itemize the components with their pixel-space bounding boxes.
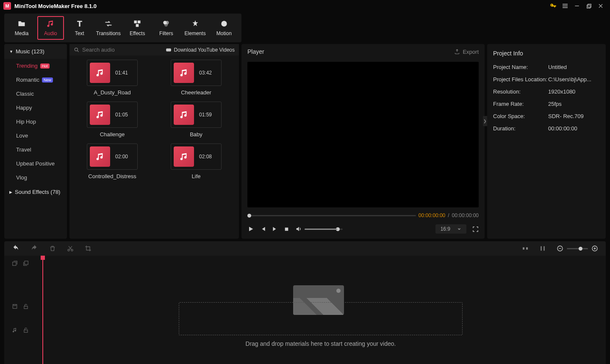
- tab-transitions[interactable]: Transitions: [95, 16, 122, 40]
- tab-filters[interactable]: Filters: [153, 16, 179, 40]
- search-input[interactable]: [82, 47, 162, 53]
- unlock-icon[interactable]: [23, 327, 29, 333]
- minimize-icon[interactable]: [571, 0, 583, 12]
- add-track-above-icon[interactable]: [12, 260, 18, 266]
- sidebar-cat-music[interactable]: ▼ Music (123): [4, 44, 67, 59]
- app-logo: M: [3, 2, 11, 10]
- audio-name: Life: [192, 173, 201, 179]
- audio-name: Challenge: [100, 131, 125, 138]
- timeline: Drag and drop materials here to start cr…: [4, 256, 606, 364]
- menu-icon[interactable]: [559, 0, 571, 12]
- drop-caption: Drag and drop materials here to start cr…: [179, 340, 463, 347]
- tab-audio[interactable]: Audio: [37, 16, 64, 40]
- drop-zone[interactable]: [179, 302, 463, 335]
- unlock-icon[interactable]: [23, 303, 29, 309]
- volume-slider[interactable]: [305, 229, 343, 230]
- add-track-below-icon[interactable]: [23, 260, 29, 266]
- download-icon: [166, 47, 172, 53]
- sidebar-cat-sfx[interactable]: ▶ Sound Effects (78): [4, 185, 67, 199]
- audio-item[interactable]: 01:05Challenge: [76, 102, 148, 138]
- chevron-right-icon: ▶: [9, 190, 12, 194]
- music-note-icon: [174, 63, 194, 83]
- play-button[interactable]: [247, 226, 254, 232]
- next-frame-button[interactable]: [272, 226, 278, 232]
- stop-button[interactable]: [284, 226, 289, 232]
- prev-frame-button[interactable]: [260, 226, 266, 232]
- export-button[interactable]: Export: [454, 49, 479, 55]
- audio-item[interactable]: 01:59Baby: [160, 102, 232, 138]
- sidebar-item-love[interactable]: Love: [4, 129, 67, 143]
- sidebar-item-vlog[interactable]: Vlog: [4, 171, 67, 185]
- audio-item[interactable]: 01:41A_Dusty_Road: [76, 60, 148, 96]
- tab-effects[interactable]: Effects: [124, 16, 150, 40]
- search-input-wrap[interactable]: [74, 47, 162, 53]
- svg-rect-10: [166, 48, 171, 51]
- badge-hot: Hot: [40, 63, 50, 69]
- chevron-down-icon: [457, 227, 461, 231]
- info-row: Resolution:1920x1080: [487, 85, 606, 98]
- tab-motion[interactable]: Motion: [211, 16, 237, 40]
- tab-text[interactable]: Text: [67, 16, 93, 40]
- upgrade-key-icon[interactable]: [547, 0, 559, 12]
- volume-icon[interactable]: [295, 226, 302, 232]
- music-note-icon: [174, 105, 194, 125]
- sidebar-item-happy[interactable]: Happy: [4, 101, 67, 115]
- delete-button[interactable]: [49, 245, 56, 252]
- time-current: 00:00:00:00: [419, 212, 445, 218]
- scrub-bar[interactable]: [247, 215, 416, 216]
- info-title: Project Info: [487, 44, 606, 61]
- audio-item[interactable]: 02:08Life: [160, 143, 232, 179]
- sidebar-item-travel[interactable]: Travel: [4, 143, 67, 157]
- player-title: Player: [247, 48, 454, 55]
- cut-button[interactable]: [67, 245, 74, 252]
- audio-name: Baby: [190, 131, 202, 138]
- music-note-icon: [90, 105, 110, 125]
- zoom-in-button[interactable]: [591, 245, 598, 252]
- save-icon[interactable]: [12, 303, 18, 309]
- sidebar-item-upbeat-positive[interactable]: Upbeat Positive: [4, 157, 67, 171]
- tab-media[interactable]: Media: [8, 16, 35, 40]
- info-row: Project Files Location:C:\Users\bj\App..…: [487, 73, 606, 85]
- maximize-icon[interactable]: [583, 0, 595, 12]
- preview-canvas[interactable]: [247, 62, 479, 207]
- zoom-slider[interactable]: [567, 248, 588, 249]
- audio-item[interactable]: 03:42Cheerleader: [160, 60, 232, 96]
- svg-point-7: [164, 23, 168, 26]
- elements-icon: [191, 19, 200, 28]
- tab-elements[interactable]: Elements: [182, 16, 208, 40]
- search-icon: [74, 47, 80, 53]
- download-youtube-button[interactable]: Download YouTube Videos: [166, 47, 235, 53]
- close-icon[interactable]: [595, 0, 607, 12]
- undo-button[interactable]: [12, 245, 19, 252]
- badge-new: New: [42, 77, 53, 83]
- fullscreen-button[interactable]: [472, 226, 479, 232]
- info-row: Project Name:Untitled: [487, 61, 606, 73]
- collapse-handle[interactable]: ❯: [483, 116, 487, 126]
- redo-button[interactable]: [30, 245, 38, 252]
- svg-rect-22: [13, 304, 17, 308]
- sidebar-item-hip-hop[interactable]: Hip Hop: [4, 115, 67, 129]
- audio-track-icon[interactable]: [12, 327, 18, 333]
- time-total: 00:00:00:00: [452, 212, 479, 218]
- audio-duration: 01:05: [115, 112, 128, 118]
- zoom-out-button[interactable]: [557, 245, 563, 252]
- playhead[interactable]: [42, 256, 43, 364]
- filters-icon: [162, 19, 170, 28]
- track-row: [4, 318, 39, 342]
- crop-button[interactable]: [85, 245, 92, 252]
- audio-item[interactable]: 02:00Controlled_Distress: [76, 143, 148, 179]
- audio-duration: 03:42: [199, 70, 212, 76]
- export-icon: [454, 49, 460, 55]
- sidebar-item-trending[interactable]: TrendingHot: [4, 59, 67, 73]
- aspect-dropdown[interactable]: 16:9: [435, 224, 466, 234]
- sidebar-item-classic[interactable]: Classic: [4, 87, 67, 101]
- timeline-toolbar: [4, 241, 606, 256]
- sidebar-item-romantic[interactable]: RomanticNew: [4, 73, 67, 87]
- timeline-body[interactable]: Drag and drop materials here to start cr…: [39, 256, 606, 364]
- fit-button[interactable]: [522, 245, 529, 252]
- snapping-button[interactable]: [540, 245, 546, 252]
- audio-grid: 01:41A_Dusty_Road03:42Cheerleader01:05Ch…: [69, 55, 239, 239]
- track-headers: [4, 256, 39, 364]
- titlebar: M MiniTool MovieMaker Free 8.1.0: [0, 0, 610, 12]
- svg-point-9: [75, 48, 78, 51]
